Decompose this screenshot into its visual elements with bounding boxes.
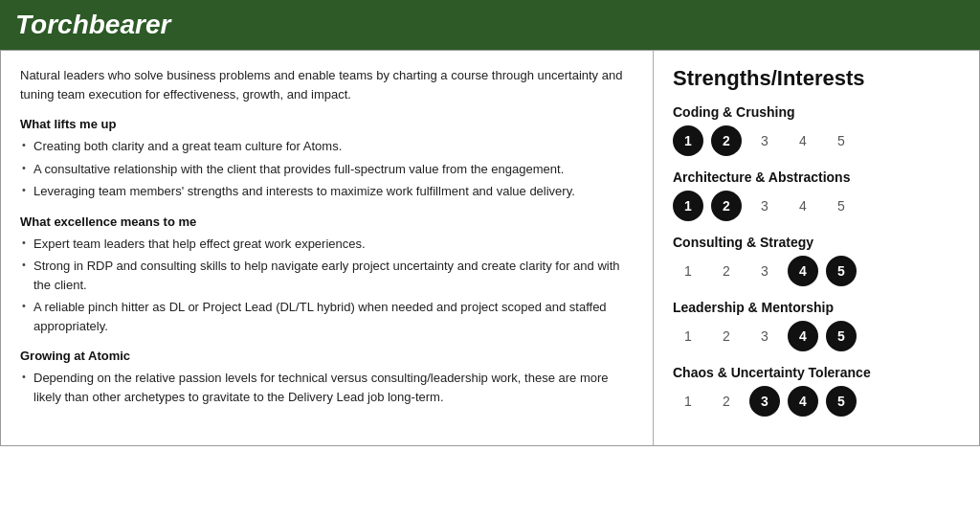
rating-row-0: 12345 — [673, 125, 960, 156]
rating-bubble-3-3: 4 — [788, 321, 818, 351]
rating-bubble-3-4: 5 — [826, 321, 857, 351]
rating-bubble-3-0: 1 — [673, 321, 703, 351]
rating-bubble-0-3: 4 — [788, 125, 818, 156]
section-2: Growing at AtomicDepending on the relati… — [20, 349, 634, 406]
category-label-0: Coding & Crushing — [673, 104, 960, 120]
intro-text: Natural leaders who solve business probl… — [20, 66, 634, 103]
rating-bubble-1-4: 5 — [826, 191, 857, 221]
rating-bubble-1-2: 3 — [749, 191, 780, 221]
rating-bubble-2-2: 3 — [749, 256, 780, 286]
category-label-3: Leadership & Mentorship — [673, 300, 960, 315]
rating-row-3: 12345 — [673, 321, 960, 351]
section-1: What excellence means to meExpert team l… — [20, 214, 634, 336]
rating-bubble-4-4: 5 — [826, 386, 857, 417]
rating-row-4: 12345 — [673, 386, 960, 417]
rating-bubble-2-0: 1 — [673, 256, 703, 286]
rating-bubble-4-3: 4 — [788, 386, 818, 417]
strength-category-1: Architecture & Abstractions12345 — [673, 169, 960, 221]
right-panel: Strengths/Interests Coding & Crushing123… — [654, 51, 979, 445]
category-label-1: Architecture & Abstractions — [673, 169, 960, 185]
rating-row-1: 12345 — [673, 191, 960, 221]
rating-bubble-2-4: 5 — [826, 256, 857, 286]
rating-bubble-4-1: 2 — [711, 386, 742, 417]
bullet-item-0-1: A consultative relationship with the cli… — [20, 160, 634, 179]
main-content: Natural leaders who solve business probl… — [0, 50, 980, 446]
strength-category-3: Leadership & Mentorship12345 — [673, 300, 960, 351]
rating-bubble-0-4: 5 — [826, 125, 857, 156]
page-title: Torchbearer — [15, 10, 170, 39]
rating-bubble-0-0: 1 — [673, 125, 703, 156]
category-label-2: Consulting & Strategy — [673, 235, 960, 250]
section-heading-2: Growing at Atomic — [20, 349, 634, 363]
strength-category-0: Coding & Crushing12345 — [673, 104, 960, 156]
bullet-item-2-0: Depending on the relative passion levels… — [20, 369, 634, 406]
bullet-item-1-1: Strong in RDP and consulting skills to h… — [20, 257, 634, 294]
rating-bubble-2-1: 2 — [711, 256, 742, 286]
bullet-item-1-2: A reliable pinch hitter as DL or Project… — [20, 298, 634, 335]
strengths-title: Strengths/Interests — [673, 66, 960, 91]
rating-bubble-1-0: 1 — [673, 191, 703, 221]
rating-bubble-1-3: 4 — [788, 191, 818, 221]
rating-bubble-1-1: 2 — [711, 191, 742, 221]
rating-bubble-0-1: 2 — [711, 125, 742, 156]
strength-category-2: Consulting & Strategy12345 — [673, 235, 960, 286]
rating-bubble-3-1: 2 — [711, 321, 742, 351]
section-0: What lifts me upCreating both clarity an… — [20, 117, 634, 201]
rating-bubble-3-2: 3 — [749, 321, 780, 351]
section-heading-0: What lifts me up — [20, 117, 634, 131]
bullet-list-1: Expert team leaders that help effect gre… — [20, 235, 634, 336]
categories-container: Coding & Crushing12345Architecture & Abs… — [673, 104, 960, 417]
rating-bubble-0-2: 3 — [749, 125, 780, 156]
bullet-item-0-2: Leveraging team members' strengths and i… — [20, 182, 634, 201]
section-heading-1: What excellence means to me — [20, 214, 634, 229]
bullet-item-1-0: Expert team leaders that help effect gre… — [20, 235, 634, 254]
header: Torchbearer — [0, 0, 980, 50]
strength-category-4: Chaos & Uncertainty Tolerance12345 — [673, 365, 960, 417]
rating-row-2: 12345 — [673, 256, 960, 286]
rating-bubble-4-0: 1 — [673, 386, 703, 417]
bullet-list-0: Creating both clarity and a great team c… — [20, 137, 634, 201]
bullet-item-0-0: Creating both clarity and a great team c… — [20, 137, 634, 156]
sections-container: What lifts me upCreating both clarity an… — [20, 117, 634, 406]
rating-bubble-4-2: 3 — [749, 386, 780, 417]
left-panel: Natural leaders who solve business probl… — [1, 51, 654, 445]
rating-bubble-2-3: 4 — [788, 256, 818, 286]
bullet-list-2: Depending on the relative passion levels… — [20, 369, 634, 406]
category-label-4: Chaos & Uncertainty Tolerance — [673, 365, 960, 380]
